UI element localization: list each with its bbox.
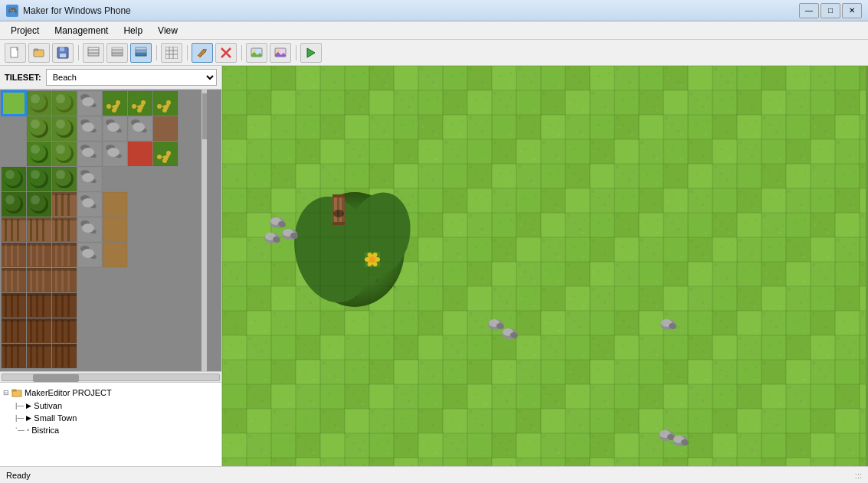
tree-item-sutivan[interactable]: |— ▶ Sutivan (3, 400, 218, 412)
svg-rect-4 (60, 47, 64, 51)
toolbar (0, 40, 868, 66)
save-button[interactable] (52, 43, 74, 63)
status-bar: Ready ::: (0, 466, 868, 483)
svg-rect-14 (136, 47, 146, 50)
maximize-button[interactable]: □ (821, 3, 840, 18)
project-label: MakerEditor PROJECT (25, 388, 112, 397)
map-area[interactable] (222, 66, 868, 466)
left-panel: TILESET: Beach Forest Desert Snow City ⊟ (0, 66, 222, 466)
svg-rect-10 (112, 50, 123, 53)
svg-rect-12 (136, 53, 146, 56)
window-controls[interactable]: — □ ✕ (799, 3, 862, 18)
svg-rect-6 (88, 53, 99, 56)
menu-management[interactable]: Management (47, 24, 116, 38)
svg-rect-28 (12, 390, 16, 391)
tile-palette[interactable] (0, 90, 221, 371)
pencil-button[interactable] (192, 43, 213, 63)
app-icon: 🎮 (6, 5, 18, 17)
layer1-button[interactable] (83, 43, 104, 63)
menu-project[interactable]: Project (3, 24, 47, 38)
title-bar-left: 🎮 Maker for Windows Phone (6, 5, 131, 17)
eraser-button[interactable] (215, 43, 237, 63)
left-panel-scrollbar[interactable] (0, 371, 221, 382)
status-text: Ready (6, 471, 31, 480)
map-canvas[interactable] (222, 66, 866, 466)
open-button[interactable] (28, 43, 50, 63)
tileset-bar: TILESET: Beach Forest Desert Snow City (0, 66, 221, 90)
menu-view[interactable]: View (150, 24, 185, 38)
title-bar: 🎮 Maker for Windows Phone — □ ✕ (0, 0, 868, 21)
svg-rect-7 (88, 50, 99, 53)
svg-rect-8 (88, 47, 99, 50)
main-area: TILESET: Beach Forest Desert Snow City ⊟ (0, 66, 868, 466)
sep5 (293, 43, 298, 63)
sep1 (76, 43, 80, 63)
svg-rect-13 (136, 50, 146, 53)
play-button[interactable] (300, 43, 322, 63)
menu-help[interactable]: Help (116, 24, 150, 38)
svg-rect-19 (165, 47, 178, 59)
sep4 (239, 43, 244, 63)
sep3 (185, 43, 189, 63)
tree-item-bistrica[interactable]: `— • Bistrica (3, 424, 218, 436)
layer2-button[interactable] (106, 43, 128, 63)
tree-view: ⊟ MakerEditor PROJECT |— ▶ Sutivan |— ▶ … (0, 382, 221, 466)
tileset-dropdown[interactable]: Beach Forest Desert Snow City (46, 69, 217, 86)
tree-root[interactable]: ⊟ MakerEditor PROJECT (3, 386, 218, 400)
svg-marker-26 (307, 48, 315, 57)
status-dots: ::: (855, 471, 862, 480)
sep2 (154, 43, 159, 63)
palette-canvas[interactable] (0, 90, 207, 371)
close-button[interactable]: ✕ (842, 3, 862, 18)
svg-rect-5 (60, 54, 66, 57)
layer3-button[interactable] (130, 43, 152, 63)
tree-item-smalltown[interactable]: |— ▶ Small Town (3, 412, 218, 424)
new-button[interactable] (5, 43, 26, 63)
grid-button[interactable] (161, 43, 182, 63)
tileset-label: TILESET: (5, 73, 41, 82)
svg-rect-11 (112, 47, 123, 50)
svg-rect-9 (112, 53, 123, 56)
menu-bar: Project Management Help View (0, 21, 868, 40)
minimize-button[interactable]: — (799, 3, 819, 18)
window-title: Maker for Windows Phone (23, 5, 131, 16)
image1-button[interactable] (246, 43, 267, 63)
project-icon (11, 387, 22, 398)
svg-rect-2 (34, 49, 38, 51)
image2-button[interactable] (270, 43, 291, 63)
